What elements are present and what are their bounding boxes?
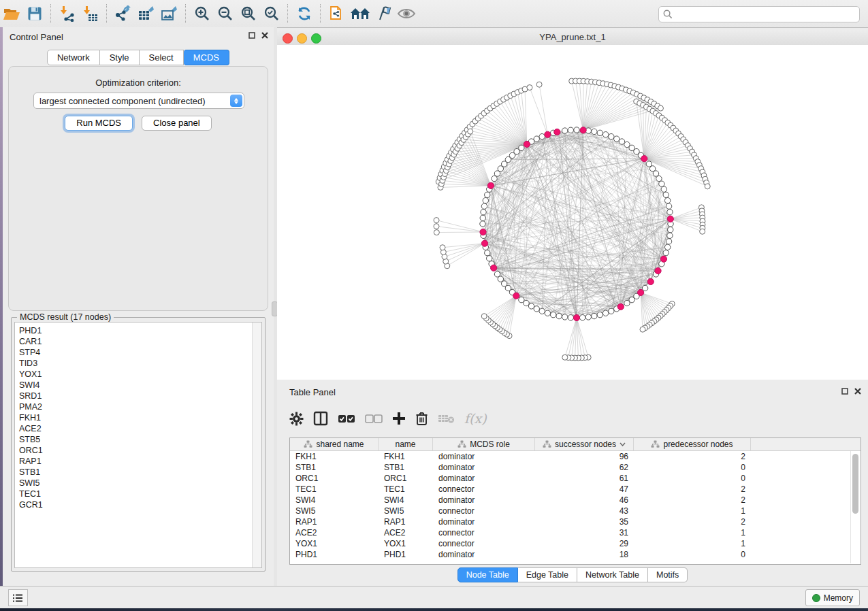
table-cell: 35: [535, 516, 634, 527]
close-panel-button[interactable]: Close panel: [142, 116, 212, 131]
table-cell: 0: [634, 462, 751, 473]
table-row[interactable]: STB1STB1dominator620: [290, 462, 851, 473]
houses-icon[interactable]: [349, 3, 372, 24]
search-icon: [663, 10, 673, 19]
toggle-flag-icon[interactable]: [372, 3, 395, 24]
table-row[interactable]: SWI5SWI5connector431: [290, 506, 851, 516]
table-row[interactable]: SWI4SWI4dominator462: [290, 495, 851, 506]
table-tabs: Node TableEdge TableNetwork TableMotifs: [277, 567, 868, 582]
table-row[interactable]: FKH1FKH1dominator962: [290, 451, 851, 462]
mcds-result-item[interactable]: TEC1: [15, 489, 252, 499]
mcds-result-item[interactable]: STB1: [15, 467, 252, 478]
folder-open-icon[interactable]: [0, 3, 23, 24]
run-mcds-button[interactable]: Run MCDS: [65, 116, 133, 131]
mcds-result-item[interactable]: SRD1: [15, 391, 252, 401]
save-icon[interactable]: [23, 3, 46, 24]
table-cell: PHD1: [379, 549, 433, 560]
close-icon[interactable]: [261, 32, 268, 39]
tab-edge-table[interactable]: Edge Table: [518, 567, 577, 582]
unselect-all-icon[interactable]: [365, 414, 383, 423]
refresh-icon[interactable]: [293, 3, 316, 24]
table-cell: RAP1: [290, 516, 379, 527]
zoom-out-icon[interactable]: [214, 3, 237, 24]
zoom-in-icon[interactable]: [191, 3, 214, 24]
tab-select[interactable]: Select: [140, 50, 184, 65]
search-field[interactable]: [658, 6, 860, 22]
mcds-result-item[interactable]: SWI4: [15, 380, 252, 391]
float-window-icon[interactable]: [841, 388, 848, 395]
table-row[interactable]: ORC1ORC1dominator610: [290, 473, 851, 484]
eye-icon[interactable]: [395, 3, 418, 24]
export-image-icon[interactable]: [158, 3, 181, 24]
node-table[interactable]: shared namenameMCDS rolesuccessor nodesp…: [289, 437, 861, 565]
select-all-icon[interactable]: [338, 414, 355, 423]
table-delete-icon: [438, 413, 455, 424]
table-scrollbar-thumb[interactable]: [852, 454, 858, 514]
column-label: name: [395, 440, 415, 449]
column-header-shared-name[interactable]: shared name: [290, 438, 379, 450]
mcds-result-list[interactable]: PHD1CAR1STP4TID3YOX1SWI4SRD1PMA2FKH1ACE2…: [14, 322, 262, 568]
network-graph[interactable]: [277, 45, 868, 380]
table-cell: dominator: [433, 451, 535, 462]
mcds-result-item[interactable]: SWI5: [15, 478, 252, 489]
tab-network[interactable]: Network: [47, 50, 100, 65]
import-table-icon[interactable]: [79, 3, 102, 24]
tab-node-table[interactable]: Node Table: [457, 567, 518, 582]
table-row[interactable]: PHD1PHD1dominator180: [290, 549, 851, 560]
export-network-icon[interactable]: [112, 3, 135, 24]
tab-motifs[interactable]: Motifs: [648, 567, 688, 582]
table-row[interactable]: RAP1RAP1dominator352: [290, 516, 851, 527]
mcds-result-item[interactable]: TID3: [15, 358, 252, 369]
column-header-MCDS-role[interactable]: MCDS role: [433, 438, 535, 450]
share-document-icon[interactable]: [325, 3, 349, 24]
mcds-result-item[interactable]: CAR1: [15, 336, 252, 347]
table-row[interactable]: TEC1TEC1connector472: [290, 484, 851, 495]
import-network-icon[interactable]: [56, 3, 79, 24]
float-window-icon[interactable]: [248, 32, 255, 39]
memory-button[interactable]: Memory: [805, 589, 860, 606]
table-panel-title: Table Panel: [289, 387, 336, 397]
result-list-scrollbar[interactable]: [252, 323, 261, 567]
table-cell: SWI5: [379, 506, 433, 516]
table-cell: FKH1: [379, 451, 433, 462]
mcds-result-item[interactable]: YOX1: [15, 369, 252, 380]
table-scrollbar[interactable]: [850, 451, 860, 563]
split-columns-icon[interactable]: [313, 411, 328, 426]
mcds-result-item[interactable]: PMA2: [15, 401, 252, 412]
table-cell: connector: [433, 527, 535, 538]
optimization-criterion-dropdown[interactable]: largest connected component (undirected): [33, 93, 244, 109]
add-column-icon[interactable]: [392, 412, 406, 425]
mcds-result-item[interactable]: GCR1: [15, 499, 252, 510]
network-window-titlebar[interactable]: YPA_prune.txt_1: [277, 30, 868, 46]
mcds-result-item[interactable]: ACE2: [15, 423, 252, 434]
table-cell: 47: [535, 484, 634, 495]
gear-icon[interactable]: [289, 412, 304, 426]
delete-column-icon[interactable]: [415, 411, 428, 426]
mcds-result-item[interactable]: ORC1: [15, 445, 252, 456]
zoom-selected-icon[interactable]: [260, 3, 283, 24]
close-icon[interactable]: [854, 388, 861, 395]
column-header-predecessor-nodes[interactable]: predecessor nodes: [634, 438, 751, 450]
search-input[interactable]: [673, 9, 859, 20]
network-view-canvas[interactable]: [277, 45, 868, 380]
tab-style[interactable]: Style: [100, 50, 140, 65]
table-row[interactable]: YOX1YOX1connector291: [290, 538, 851, 549]
export-table-icon[interactable]: [135, 3, 158, 24]
mcds-result-item[interactable]: STB5: [15, 434, 252, 445]
mcds-result-item[interactable]: STP4: [15, 347, 252, 358]
zoom-fit-icon[interactable]: [237, 3, 260, 24]
task-history-button[interactable]: [8, 589, 28, 606]
mcds-result-item[interactable]: FKH1: [15, 412, 252, 423]
tab-network-table[interactable]: Network Table: [577, 567, 648, 582]
table-row[interactable]: ACE2ACE2connector311: [290, 527, 851, 538]
tab-mcds[interactable]: MCDS: [184, 50, 229, 65]
control-panel-title: Control Panel: [10, 32, 63, 42]
mcds-result-item[interactable]: RAP1: [15, 456, 252, 467]
table-toolbar: f(x): [289, 407, 487, 430]
column-header-name[interactable]: name: [379, 438, 433, 450]
chevron-down-icon[interactable]: [620, 442, 626, 446]
column-header-successor-nodes[interactable]: successor nodes: [535, 438, 634, 450]
table-cell: 43: [535, 506, 634, 516]
table-cell: 2: [634, 516, 751, 527]
mcds-result-item[interactable]: PHD1: [15, 325, 252, 336]
